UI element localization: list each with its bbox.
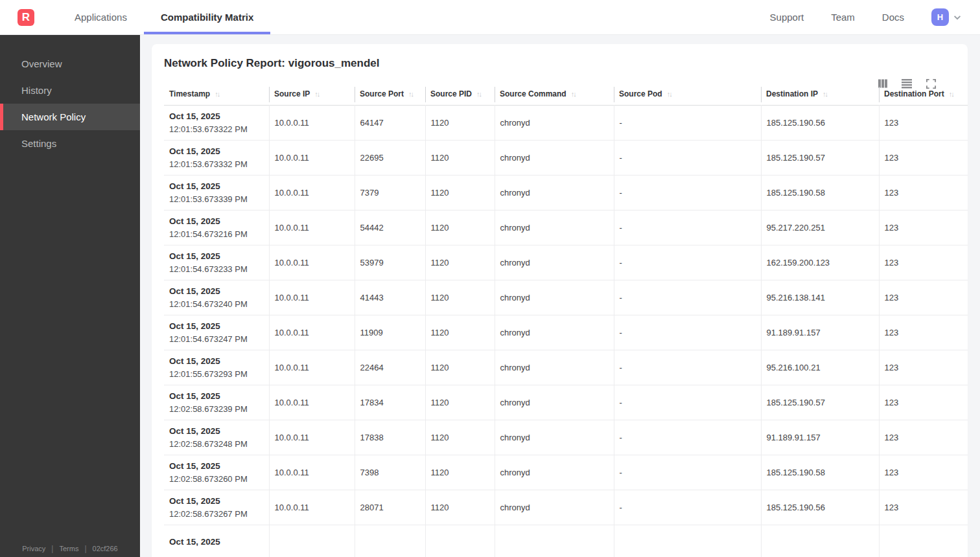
user-menu[interactable]: H xyxy=(931,8,962,26)
sidebar-items: OverviewHistoryNetwork PolicySettings xyxy=(0,35,140,157)
table-body: Oct 15, 202512:01:53.673322 PM10.0.0.116… xyxy=(164,105,968,557)
sidebar-item-overview[interactable]: Overview xyxy=(0,51,140,77)
timestamp-time: 12:02:58.673260 PM xyxy=(169,473,264,485)
terms-link[interactable]: Terms xyxy=(59,545,78,552)
table-row[interactable]: Oct 15, 2025 xyxy=(164,525,968,557)
sidebar-item-settings[interactable]: Settings xyxy=(0,130,140,157)
cell-dest_ip: 185.125.190.56 xyxy=(761,490,879,525)
avatar[interactable]: H xyxy=(931,8,949,26)
column-label-source_pid: Source PID xyxy=(430,89,472,98)
cell-timestamp: Oct 15, 202512:02:58.673260 PM xyxy=(164,455,269,490)
cell-source_ip: 10.0.0.11 xyxy=(269,140,355,175)
cell-source_command: chronyd xyxy=(495,420,614,455)
sidebar-item-history[interactable]: History xyxy=(0,77,140,104)
app-logo[interactable]: R xyxy=(18,9,34,26)
table-row[interactable]: Oct 15, 202512:02:58.673267 PM10.0.0.112… xyxy=(164,490,968,525)
cell-source_pod: - xyxy=(614,315,761,350)
cell-source_port: 53979 xyxy=(355,245,425,280)
timestamp-date: Oct 15, 2025 xyxy=(169,250,264,263)
cell-dest_ip: 91.189.91.157 xyxy=(761,420,879,455)
table-row[interactable]: Oct 15, 202512:02:58.673239 PM10.0.0.111… xyxy=(164,385,968,420)
sort-icon[interactable]: ↑↓ xyxy=(408,90,413,98)
table-row[interactable]: Oct 15, 202512:01:54.673233 PM10.0.0.115… xyxy=(164,245,968,280)
cell-timestamp: Oct 15, 202512:01:53.673339 PM xyxy=(164,175,269,210)
table-row[interactable]: Oct 15, 202512:01:53.673339 PM10.0.0.117… xyxy=(164,175,968,210)
table-row[interactable]: Oct 15, 202512:01:54.673240 PM10.0.0.114… xyxy=(164,280,968,315)
cell-dest_port: 123 xyxy=(879,210,968,245)
column-header-timestamp[interactable]: Timestamp↑↓ xyxy=(164,87,269,105)
sort-icon[interactable]: ↑↓ xyxy=(822,90,827,98)
column-header-source_ip[interactable]: Source IP↑↓ xyxy=(269,87,355,105)
tab-compatibility-matrix[interactable]: Compatibility Matrix xyxy=(144,0,270,34)
cell-source_pid: 1120 xyxy=(425,210,495,245)
table-row[interactable]: Oct 15, 202512:01:53.673322 PM10.0.0.116… xyxy=(164,105,968,140)
table-row[interactable]: Oct 15, 202512:01:54.673247 PM10.0.0.111… xyxy=(164,315,968,350)
privacy-link[interactable]: Privacy xyxy=(22,545,45,552)
column-header-dest_ip[interactable]: Destination IP↑↓ xyxy=(761,87,879,105)
timestamp-date: Oct 15, 2025 xyxy=(169,110,264,123)
cell-source_pid: 1120 xyxy=(425,455,495,490)
table-row[interactable]: Oct 15, 202512:01:55.673293 PM10.0.0.112… xyxy=(164,350,968,385)
sort-icon[interactable]: ↑↓ xyxy=(476,90,481,98)
top-link-support[interactable]: Support xyxy=(770,12,804,23)
table-row[interactable]: Oct 15, 202512:02:58.673260 PM10.0.0.117… xyxy=(164,455,968,490)
cell-dest_ip xyxy=(761,525,879,557)
top-link-team[interactable]: Team xyxy=(831,12,855,23)
cell-source_pid xyxy=(425,525,495,557)
timestamp-time: 12:01:54.673240 PM xyxy=(169,298,264,310)
sidebar-item-network-policy[interactable]: Network Policy xyxy=(0,104,140,130)
column-header-dest_port[interactable]: Destination Port↑↓ xyxy=(879,87,968,105)
table-row[interactable]: Oct 15, 202512:01:53.673332 PM10.0.0.112… xyxy=(164,140,968,175)
cell-source_pod: - xyxy=(614,175,761,210)
cell-source_pid: 1120 xyxy=(425,420,495,455)
table-row[interactable]: Oct 15, 202512:01:54.673216 PM10.0.0.115… xyxy=(164,210,968,245)
cell-source_pod: - xyxy=(614,420,761,455)
cell-timestamp: Oct 15, 202512:01:54.673233 PM xyxy=(164,245,269,280)
cell-source_ip: 10.0.0.11 xyxy=(269,420,355,455)
top-link-docs[interactable]: Docs xyxy=(882,12,904,23)
cell-source_port: 7398 xyxy=(355,455,425,490)
cell-dest_port xyxy=(879,525,968,557)
cell-dest_ip: 95.217.220.251 xyxy=(761,210,879,245)
footer-divider: | xyxy=(51,544,53,553)
column-header-source_pid[interactable]: Source PID↑↓ xyxy=(425,87,495,105)
cell-source_ip: 10.0.0.11 xyxy=(269,455,355,490)
table-row[interactable]: Oct 15, 202512:02:58.673248 PM10.0.0.111… xyxy=(164,420,968,455)
cell-source_ip: 10.0.0.11 xyxy=(269,175,355,210)
cell-timestamp: Oct 15, 202512:01:53.673322 PM xyxy=(164,105,269,140)
sort-icon[interactable]: ↑↓ xyxy=(667,90,671,98)
column-header-source_pod[interactable]: Source Pod↑↓ xyxy=(614,87,761,105)
timestamp-date: Oct 15, 2025 xyxy=(169,180,264,193)
cell-source_pod: - xyxy=(614,105,761,140)
sort-icon[interactable]: ↑↓ xyxy=(314,90,319,98)
timestamp-time: 12:01:53.673332 PM xyxy=(169,158,264,170)
timestamp-time: 12:01:54.673247 PM xyxy=(169,333,264,345)
cell-dest_port: 123 xyxy=(879,105,968,140)
cell-source_pod: - xyxy=(614,210,761,245)
timestamp-date: Oct 15, 2025 xyxy=(169,355,264,368)
sidebar: OverviewHistoryNetwork PolicySettings Pr… xyxy=(0,35,140,557)
column-header-source_command[interactable]: Source Command↑↓ xyxy=(495,87,614,105)
column-label-timestamp: Timestamp xyxy=(169,89,210,98)
tab-applications[interactable]: Applications xyxy=(58,0,144,34)
sort-icon[interactable]: ↑↓ xyxy=(571,90,576,98)
column-header-source_port[interactable]: Source Port↑↓ xyxy=(355,87,425,105)
sort-icon[interactable]: ↑↓ xyxy=(215,90,219,98)
topbar-right: SupportTeamDocs H xyxy=(770,0,980,34)
cell-source_port: 22695 xyxy=(355,140,425,175)
cell-timestamp: Oct 15, 202512:01:54.673216 PM xyxy=(164,210,269,245)
chevron-down-icon[interactable] xyxy=(953,13,962,22)
cell-source_pid: 1120 xyxy=(425,105,495,140)
topbar: R ApplicationsCompatibility Matrix Suppo… xyxy=(0,0,980,35)
column-label-source_command: Source Command xyxy=(500,89,566,98)
cell-source_command: chronyd xyxy=(495,455,614,490)
cell-dest_ip: 95.216.138.141 xyxy=(761,280,879,315)
cell-source_command: chronyd xyxy=(495,350,614,385)
timestamp-date: Oct 15, 2025 xyxy=(169,390,264,403)
cell-source_command: chronyd xyxy=(495,105,614,140)
sort-icon[interactable]: ↑↓ xyxy=(949,90,953,98)
cell-source_ip xyxy=(269,525,355,557)
cell-source_port xyxy=(355,525,425,557)
column-label-source_pod: Source Pod xyxy=(619,89,662,98)
cell-dest_ip: 95.216.100.21 xyxy=(761,350,879,385)
